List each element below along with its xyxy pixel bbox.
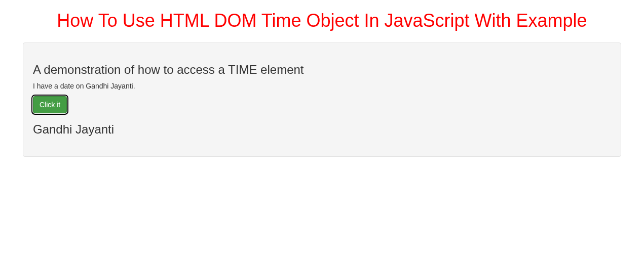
demo-well: A demonstration of how to access a TIME … xyxy=(23,42,621,157)
demo-heading: A demonstration of how to access a TIME … xyxy=(33,63,611,77)
demo-paragraph: I have a date on Gandhi Jayanti. xyxy=(33,82,611,90)
page-title: How To Use HTML DOM Time Object In JavaS… xyxy=(23,10,621,31)
click-it-button[interactable]: Click it xyxy=(33,96,67,113)
result-output: Gandhi Jayanti xyxy=(33,122,611,137)
